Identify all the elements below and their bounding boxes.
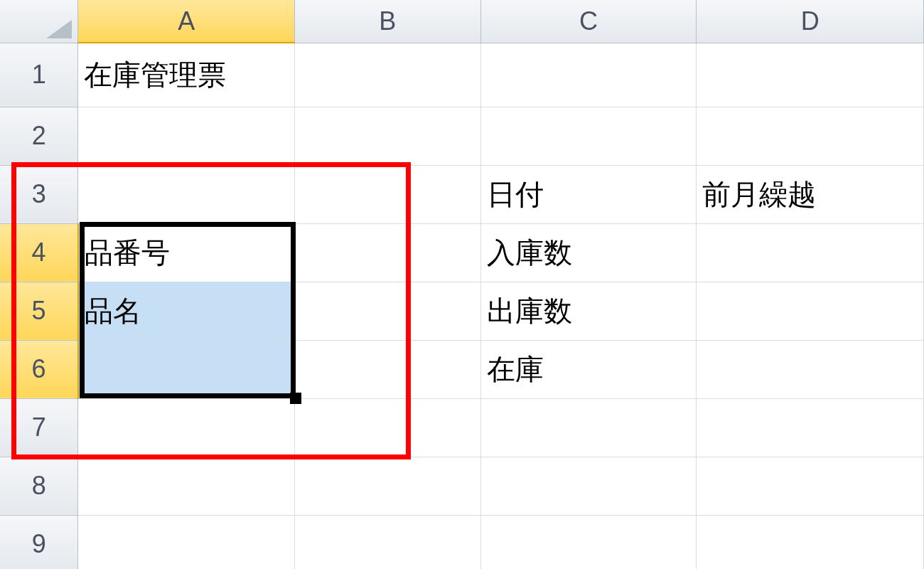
row-header-4[interactable]: 4 <box>0 223 78 282</box>
cell-C1[interactable] <box>480 43 697 107</box>
cell-C3[interactable]: 日付 <box>480 165 697 223</box>
row-header-1[interactable]: 1 <box>0 43 78 107</box>
cell-B8[interactable] <box>295 457 481 515</box>
cell-B1[interactable] <box>295 43 481 107</box>
cell-A4[interactable]: 品番号 <box>78 223 295 282</box>
cell-B6[interactable] <box>295 340 481 398</box>
row-header-6[interactable]: 6 <box>0 340 78 398</box>
cell-B4[interactable] <box>295 223 481 282</box>
cell-C5[interactable]: 出庫数 <box>480 282 697 340</box>
col-header-D[interactable]: D <box>697 0 924 43</box>
cell-A2[interactable] <box>78 107 295 165</box>
cell-D4[interactable] <box>697 223 924 282</box>
cell-D6[interactable] <box>697 340 924 398</box>
col-header-B[interactable]: B <box>295 0 481 43</box>
cell-A6[interactable] <box>78 340 295 398</box>
col-header-A[interactable]: A <box>78 0 295 43</box>
cell-D9[interactable] <box>697 515 924 569</box>
cell-B5[interactable] <box>295 282 481 340</box>
cell-B2[interactable] <box>295 107 481 165</box>
row-header-3[interactable]: 3 <box>0 165 78 223</box>
cell-C6[interactable]: 在庫 <box>480 340 697 398</box>
spreadsheet-grid[interactable]: A B C D 1 在庫管理票 2 3 日付 前月繰越 4 品番号 入庫数 5 … <box>0 0 924 569</box>
cell-B7[interactable] <box>295 398 481 457</box>
row-header-7[interactable]: 7 <box>0 398 78 457</box>
row-header-8[interactable]: 8 <box>0 457 78 515</box>
cell-C2[interactable] <box>480 107 697 165</box>
cell-D8[interactable] <box>697 457 924 515</box>
cell-B3[interactable] <box>295 165 481 223</box>
cell-A8[interactable] <box>78 457 295 515</box>
cell-C7[interactable] <box>480 398 697 457</box>
cell-C8[interactable] <box>480 457 697 515</box>
cell-A1[interactable]: 在庫管理票 <box>78 43 295 107</box>
cell-A7[interactable] <box>78 398 295 457</box>
row-header-9[interactable]: 9 <box>0 515 78 569</box>
cell-B9[interactable] <box>295 515 481 569</box>
cell-C9[interactable] <box>480 515 697 569</box>
row-header-5[interactable]: 5 <box>0 282 78 340</box>
cell-A3[interactable] <box>78 165 295 223</box>
cell-D7[interactable] <box>697 398 924 457</box>
cell-D5[interactable] <box>697 282 924 340</box>
cell-C4[interactable]: 入庫数 <box>480 223 697 282</box>
cell-D3[interactable]: 前月繰越 <box>697 165 924 223</box>
fill-handle[interactable] <box>290 393 301 404</box>
cell-A5[interactable]: 品名 <box>78 282 295 340</box>
col-header-C[interactable]: C <box>480 0 697 43</box>
cell-D1[interactable] <box>697 43 924 107</box>
select-all-corner[interactable] <box>0 0 78 43</box>
row-header-2[interactable]: 2 <box>0 107 78 165</box>
cell-D2[interactable] <box>697 107 924 165</box>
cell-A9[interactable] <box>78 515 295 569</box>
